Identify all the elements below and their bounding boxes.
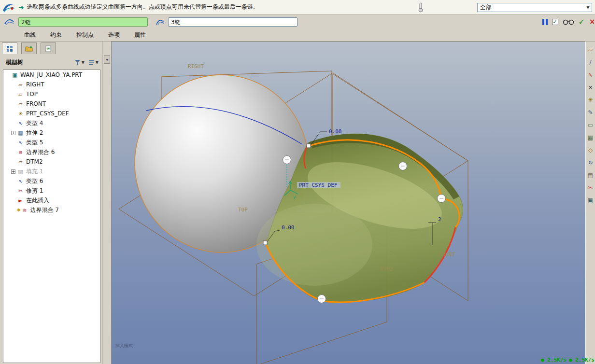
plane-icon: ▱ xyxy=(17,91,24,98)
dashboard-tab-3[interactable]: 选项 xyxy=(106,30,122,40)
svg-text:✳: ✳ xyxy=(46,46,50,51)
first-direction-collector[interactable]: 2链 xyxy=(18,17,148,27)
tree-item[interactable]: ≋边界混合 6 xyxy=(3,147,100,157)
graphics-area[interactable]: PRT_CSYS_DEF y 0.00 0.00 2 xyxy=(111,42,585,364)
tab-favorites[interactable]: ✳ xyxy=(41,42,56,54)
tree-item[interactable]: ✱≋边界混合 7 xyxy=(3,205,100,215)
cancel-button[interactable]: × xyxy=(589,17,594,26)
layers-tool-icon[interactable]: ▤ xyxy=(586,171,595,180)
tree-item[interactable]: +▦拉伸 2 xyxy=(3,128,100,138)
tree-item[interactable]: +▨填充 1 xyxy=(3,167,100,176)
second-direction-chain-icon xyxy=(155,17,165,26)
blend-icon: ≋ xyxy=(21,207,28,213)
prompt-text: 选取两条或多条曲线或边链定义曲面第一方向。点或顶点可用来代替第一条或最后一条链。 xyxy=(27,3,259,11)
tree-item[interactable]: ∿类型 6 xyxy=(3,176,100,186)
style-icon: ∿ xyxy=(17,178,24,184)
dashboard-tab-1[interactable]: 约束 xyxy=(48,30,64,40)
rotate-tool-icon[interactable]: ↻ xyxy=(586,158,595,167)
datum-csys-icon[interactable]: ✳ xyxy=(586,96,595,104)
rect-tool-icon[interactable]: ▭ xyxy=(586,121,595,129)
dashboard-tabs: 曲线约束控制点选项属性 xyxy=(0,29,595,42)
prompt-arrow-icon: ➜ xyxy=(18,3,24,11)
tree-item-label: 类型 5 xyxy=(26,139,43,147)
proe-logo-icon xyxy=(2,1,15,13)
navigator-tabs: ✳ xyxy=(2,42,56,54)
list-settings-icon xyxy=(88,59,95,65)
tree-item[interactable]: ∿类型 4 xyxy=(3,118,100,128)
thermometer-icon[interactable] xyxy=(417,2,424,13)
tree-item[interactable]: ▣WAN_JU_XIAO_YA.PRT xyxy=(3,70,100,80)
plane-icon: ▱ xyxy=(17,159,24,165)
tree-item[interactable]: ✳PRT_CSYS_DEF xyxy=(3,109,100,118)
tree-item[interactable]: ∿类型 5 xyxy=(3,138,100,147)
style-icon: ∿ xyxy=(17,120,24,126)
navigator-sash[interactable]: ◂ xyxy=(102,42,111,364)
fill-icon: ▨ xyxy=(17,168,24,175)
tree-item-label: 在此插入 xyxy=(26,196,49,205)
tree-item[interactable]: ►在此插入 xyxy=(3,196,100,205)
preview-checkbox[interactable]: ✓ xyxy=(552,19,558,25)
tree-filter-button[interactable]: ▼ xyxy=(72,58,86,66)
second-direction-collector[interactable]: 3链 xyxy=(168,17,298,27)
tree-item[interactable]: ▱TOP xyxy=(3,89,100,99)
sketch-tool-icon[interactable]: ✎ xyxy=(586,108,595,117)
datum-curve-icon[interactable]: ∿ xyxy=(586,70,595,79)
tree-item-label: 类型 6 xyxy=(26,177,43,185)
first-direction-chain-icon xyxy=(4,17,14,26)
tab-folder-browser[interactable] xyxy=(21,42,37,54)
dashboard-tab-4[interactable]: 属性 xyxy=(132,30,148,40)
dimension-left[interactable]: 0.00 xyxy=(282,224,295,231)
expand-toggle[interactable]: + xyxy=(11,169,15,174)
funnel-icon xyxy=(74,59,81,65)
collapse-navigator-button[interactable]: ◂ xyxy=(104,55,110,64)
search-filter-input[interactable] xyxy=(477,3,592,12)
tree-item-label: 类型 4 xyxy=(26,119,43,127)
chevron-down-icon[interactable]: ▼ xyxy=(586,5,590,10)
datum-point-icon[interactable]: × xyxy=(586,83,595,92)
tree-item[interactable]: ✂修剪 1 xyxy=(3,186,100,196)
insert-icon: ► xyxy=(17,197,24,204)
style-icon: ∿ xyxy=(17,140,24,146)
model-tree-title: 模型树 xyxy=(6,58,72,67)
tree-item-label: WAN_JU_XIAO_YA.PRT xyxy=(20,71,82,78)
tab-model-tree[interactable] xyxy=(2,42,17,54)
datum-label-top[interactable]: TOP xyxy=(238,207,248,213)
trim-tool-icon[interactable]: ✂ xyxy=(586,183,595,192)
grid-tool-icon[interactable]: ▣ xyxy=(586,196,595,205)
plane-icon: ▱ xyxy=(17,82,24,88)
tree-item[interactable]: ▱RIGHT xyxy=(3,80,100,89)
verify-glasses-icon[interactable] xyxy=(563,19,574,25)
csys-label[interactable]: PRT_CSYS_DEF xyxy=(299,182,337,188)
expand-toggle[interactable]: + xyxy=(11,131,15,135)
datum-label-right[interactable]: RIGHT xyxy=(188,63,204,70)
dimension-right[interactable]: 2 xyxy=(438,216,441,223)
tree-item-label: 填充 1 xyxy=(26,168,43,176)
dashboard-tab-0[interactable]: 曲线 xyxy=(22,30,38,40)
datum-plane-icon[interactable]: ▱ xyxy=(586,45,595,54)
model-tree-header: 模型树 ▼ ▼ xyxy=(3,56,100,69)
tree-item-label: 修剪 1 xyxy=(26,187,43,195)
pause-button[interactable] xyxy=(542,19,548,25)
tree-item-label: PRT_CSYS_DEF xyxy=(26,110,69,117)
tree-item[interactable]: ▱FRONT xyxy=(3,99,100,109)
part-icon: ▣ xyxy=(11,72,18,78)
datum-toolbar: ▱∕∿×✳✎▭▦◇↻▤✂▣ xyxy=(585,42,595,364)
diamond-tool-icon[interactable]: ◇ xyxy=(586,146,595,154)
favorites-icon: ✳ xyxy=(45,45,52,52)
3d-viewport[interactable]: PRT_CSYS_DEF y 0.00 0.00 2 xyxy=(112,42,586,364)
ok-button[interactable]: ✓ xyxy=(579,17,585,27)
surface-tool-icon[interactable]: ▦ xyxy=(586,133,595,142)
tree-item[interactable]: ▱DTM2 xyxy=(3,157,100,167)
folder-icon xyxy=(25,45,33,52)
tree-settings-button[interactable]: ▼ xyxy=(86,58,100,66)
trim-icon: ✂ xyxy=(17,188,24,194)
datum-label-dtm2[interactable]: DTM2 xyxy=(380,266,393,272)
application-window: ➜ 选取两条或多条曲线或边链定义曲面第一方向。点或顶点可用来代替第一条或最后一条… xyxy=(0,0,595,364)
datum-label-front[interactable]: FRONT xyxy=(439,252,455,258)
model-tree-icon xyxy=(6,45,13,52)
tree-item-label: DTM2 xyxy=(26,158,43,165)
dashboard-tab-2[interactable]: 控制点 xyxy=(74,30,96,40)
datum-axis-icon[interactable]: ∕ xyxy=(586,58,595,67)
dimension-top[interactable]: 0.00 xyxy=(329,128,342,135)
navigator-panel: ✳ 模型树 ▼ ▼ ▣WAN_JU_XIAO_YA.PRT▱RIGHT▱TOP▱… xyxy=(0,42,102,364)
